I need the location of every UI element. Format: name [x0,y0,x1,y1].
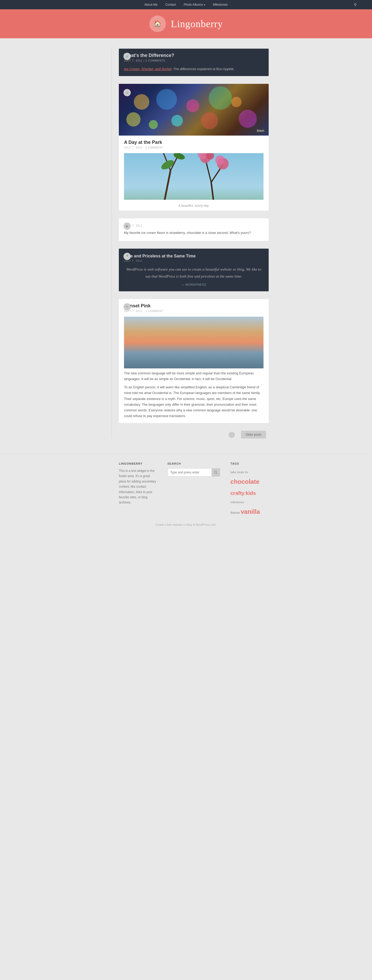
post-2-entry: ⊙ [119,84,269,211]
footer-search-input[interactable] [168,471,212,474]
post-1-card: What's the Difference? JULY 7, 2011 / 2 … [119,49,269,76]
post-2-caption: A beautiful, sunny day. [119,202,269,211]
nav-milestones[interactable]: Milestones [213,3,228,6]
dropdown-arrow-icon: ▾ [204,3,205,6]
timeline-dot-4: ❝ [123,253,131,260]
search-icon [214,471,217,474]
post-5-content: The new common language will be more sim… [119,371,269,423]
post-2-card: Bokeh A Day at the Park JULY 7, 2011 · 1… [119,84,269,211]
main-nav: About Me Contact Photo Albums ▾ Mileston… [0,0,372,9]
circle-icon: ○ [229,432,235,438]
post-5-meta: JULY 7, 2011 · 1 COMMENT [124,310,263,312]
text-icon: ≡ [126,304,128,309]
image-icon: ⊙ [125,91,129,95]
post-1-meta: JULY 7, 2011 / 2 COMMENTS [124,59,263,62]
post-1-link[interactable]: Ice Cream, Sherbet, and Sorbet [124,67,171,71]
site-logo: 🏠 [149,16,166,32]
post-4-card: Free and Priceless at the Same Time JULY… [119,249,269,291]
post-4-title[interactable]: Free and Priceless at the Same Time [124,254,263,258]
footer-search-button[interactable] [212,468,220,477]
post-3-card: JULY 7, 2011 My favorite ice cream flavo… [119,218,269,241]
footer-col-search: SEARCH [168,462,220,518]
tag-theme[interactable]: theme [230,511,241,515]
post-4-meta: JULY 7, 2011 [124,259,263,262]
pagination: ○ Older posts [119,431,269,439]
chat-icon: ▶ [126,224,128,228]
timeline-dot-1: 🔗 [123,53,131,60]
tag-treats[interactable]: treats for [237,471,248,474]
tags-cloud: talks treats for chocolate crafty kids m… [230,468,269,518]
timeline-dot-3: ▶ [123,223,131,230]
tag-crafty[interactable]: crafty [230,490,244,496]
link-icon: 🔗 [125,55,129,58]
post-2-meta: JULY 7, 2011 · 1 COMMENT [124,146,263,149]
footer: LINGONBERRY This is a text widget in the… [0,454,372,531]
footer-col-tags: TAGS talks treats for chocolate crafty k… [230,462,269,518]
post-5-image [119,317,269,371]
post-3-meta: JULY 7, 2011 [124,224,263,228]
post-2-bokeh-image: Bokeh [119,84,269,135]
tag-talks[interactable]: talks [230,471,237,474]
search-icon[interactable]: ⚲ [354,3,356,7]
timeline-dot-5: ≡ [123,303,131,310]
site-title[interactable]: Lingonberry [171,18,223,30]
svg-point-19 [215,156,225,165]
footer-bottom: Create a free website or blog at WordPre… [0,523,372,526]
nav-contact[interactable]: Contact [165,3,176,6]
footer-tags-title: TAGS [230,462,269,465]
timeline-dot-end: ○ [229,432,235,438]
post-4-entry: ❝ Free and Priceless at the Same Time JU… [119,249,269,291]
tag-kids[interactable]: kids [245,490,256,496]
timeline-line [111,49,112,439]
post-4-quote: WordPress is web software you can use to… [124,266,263,280]
svg-line-23 [217,473,217,474]
bokeh-tag: Bokeh [255,129,266,133]
home-icon: 🏠 [154,20,161,27]
post-5-card: Sunset Pink JULY 7, 2011 · 1 COMMENT The… [119,299,269,423]
nav-photo-albums[interactable]: Photo Albums ▾ [184,3,205,6]
timeline-dot-2: ⊙ [123,89,131,96]
post-5-entry: ≡ Sunset Pink JULY 7, 2011 · 1 COMMENT T… [119,299,269,423]
site-header: 🏠 Lingonberry [0,9,372,38]
nav-about[interactable]: About Me [144,3,157,6]
post-1-content: Ice Cream, Sherbet, and Sorbet: The diff… [119,66,269,76]
tag-chocolate[interactable]: chocolate [230,478,260,485]
footer-search-form [168,468,220,477]
post-3-text: My favorite ice cream flavor is strawber… [124,230,263,236]
svg-rect-0 [124,153,263,200]
post-1-entry: 🔗 What's the Difference? JULY 7, 2011 / … [119,49,269,76]
footer-search-title: SEARCH [168,462,220,465]
tag-vanilla[interactable]: vanilla [241,508,260,515]
post-1-title[interactable]: What's the Difference? [124,53,263,58]
quote-icon: ❝ [126,254,128,259]
footer-about-title: LINGONBERRY [119,462,157,465]
older-posts-button[interactable]: Older posts [241,431,266,439]
footer-about-text: This is a text widget in the footer area… [119,468,157,505]
post-3-entry: ▶ JULY 7, 2011 My favorite ice cream fla… [119,218,269,241]
tag-milestones[interactable]: milestones [230,501,244,504]
post-5-title[interactable]: Sunset Pink [124,303,263,309]
post-2-title[interactable]: A Day at the Park [124,140,263,145]
post-2-park-image [119,153,269,202]
post-4-source: — WORDPRESS [124,283,263,286]
footer-col-about: LINGONBERRY This is a text widget in the… [119,462,157,518]
